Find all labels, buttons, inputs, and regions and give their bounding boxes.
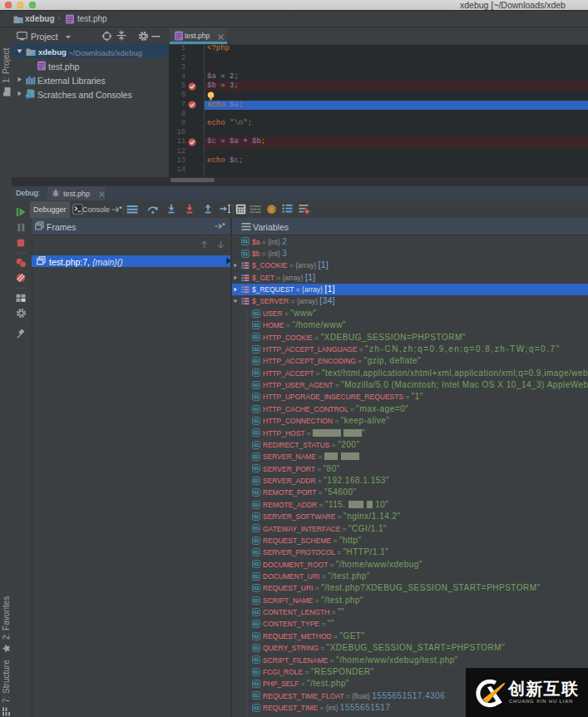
- svg-text:01: 01: [254, 418, 259, 423]
- svg-text:01: 01: [254, 394, 259, 399]
- svg-text:01: 01: [254, 502, 259, 507]
- svg-text:01: 01: [254, 634, 259, 639]
- svg-text:01: 01: [254, 514, 259, 519]
- svg-text:01: 01: [254, 538, 259, 543]
- svg-text:01: 01: [243, 251, 248, 256]
- svg-text:01: 01: [254, 466, 259, 471]
- svg-text:01: 01: [254, 550, 259, 555]
- svg-text:01: 01: [254, 311, 259, 316]
- svg-text:01: 01: [254, 621, 259, 626]
- svg-text:01: 01: [254, 657, 259, 662]
- svg-text:01: 01: [254, 323, 259, 328]
- svg-text:01: 01: [254, 610, 259, 615]
- svg-text:01: 01: [254, 383, 259, 388]
- svg-text:01: 01: [254, 454, 259, 459]
- svg-text:01: 01: [254, 681, 259, 686]
- svg-text:01: 01: [254, 645, 259, 650]
- svg-text:01: 01: [254, 430, 259, 435]
- svg-text:01: 01: [254, 670, 259, 675]
- svg-text:01: 01: [243, 239, 248, 244]
- svg-text:01: 01: [254, 358, 259, 363]
- svg-text:01: 01: [254, 370, 259, 375]
- svg-text:01: 01: [254, 490, 259, 495]
- svg-text:01: 01: [254, 574, 259, 579]
- svg-text:01: 01: [254, 407, 259, 412]
- svg-text:01: 01: [254, 586, 259, 591]
- svg-text:01: 01: [254, 478, 259, 483]
- svg-text:01: 01: [254, 693, 259, 698]
- svg-text:01: 01: [254, 526, 259, 531]
- svg-text:01: 01: [254, 347, 259, 352]
- svg-text:01: 01: [254, 598, 259, 603]
- svg-text:01: 01: [254, 561, 259, 566]
- svg-text:01: 01: [254, 705, 259, 710]
- svg-text:01: 01: [254, 334, 259, 339]
- svg-text:01: 01: [254, 443, 259, 448]
